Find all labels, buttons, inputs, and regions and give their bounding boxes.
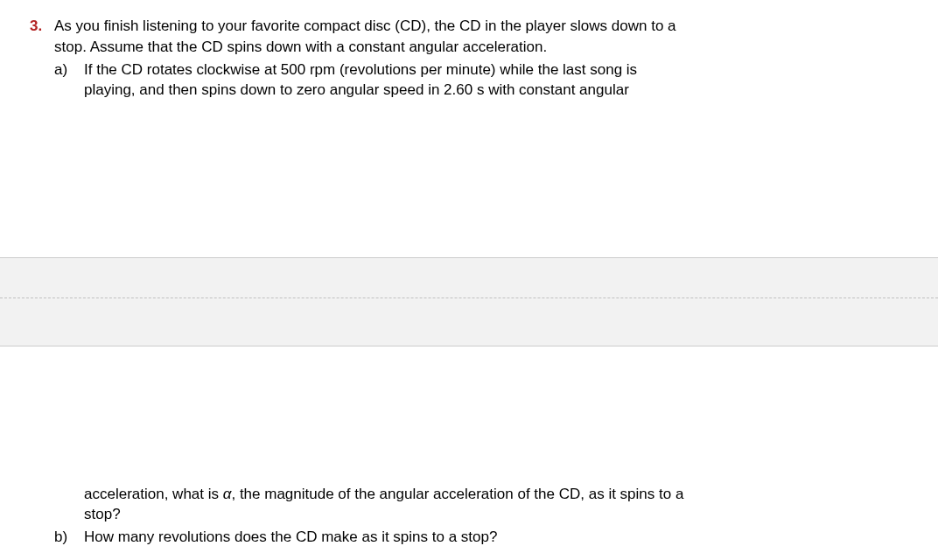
- part-a-line2: playing, and then spins down to zero ang…: [84, 80, 912, 101]
- part-a-line1: If the CD rotates clockwise at 500 rpm (…: [84, 60, 912, 80]
- part-a-line3-post: , the magnitude of the angular accelerat…: [231, 486, 683, 502]
- part-a-line3: acceleration, what is α, the magnitude o…: [84, 484, 912, 505]
- page-bottom-section: acceleration, what is α, the magnitude o…: [0, 346, 938, 560]
- part-a-line4: stop?: [84, 504, 912, 525]
- question-content-top: 3. As you finish listening to your favor…: [0, 0, 938, 101]
- part-a: a) If the CD rotates clockwise at 500 rp…: [54, 60, 912, 102]
- question-content-bottom: acceleration, what is α, the magnitude o…: [26, 484, 912, 548]
- part-b-label: b): [54, 527, 84, 548]
- part-b-text: How many revolutions does the CD make as…: [84, 527, 912, 548]
- question-block: 3. As you finish listening to your favor…: [26, 16, 912, 101]
- part-a-line3-pre: acceleration, what is: [84, 486, 223, 502]
- question-number: 3.: [26, 16, 54, 37]
- part-a-label: a): [54, 60, 84, 80]
- page-top-section: 3. As you finish listening to your favor…: [0, 0, 938, 258]
- part-a-continuation: acceleration, what is α, the magnitude o…: [26, 484, 912, 526]
- part-b: b) How many revolutions does the CD make…: [26, 527, 912, 548]
- page-break-gap: [0, 258, 938, 346]
- alpha-variable: α: [223, 486, 232, 502]
- question-intro-line2: stop. Assume that the CD spins down with…: [54, 37, 912, 58]
- question-intro-line1: As you finish listening to your favorite…: [54, 16, 912, 37]
- question-body: As you finish listening to your favorite…: [54, 16, 912, 101]
- part-a-text-top: If the CD rotates clockwise at 500 rpm (…: [84, 60, 912, 102]
